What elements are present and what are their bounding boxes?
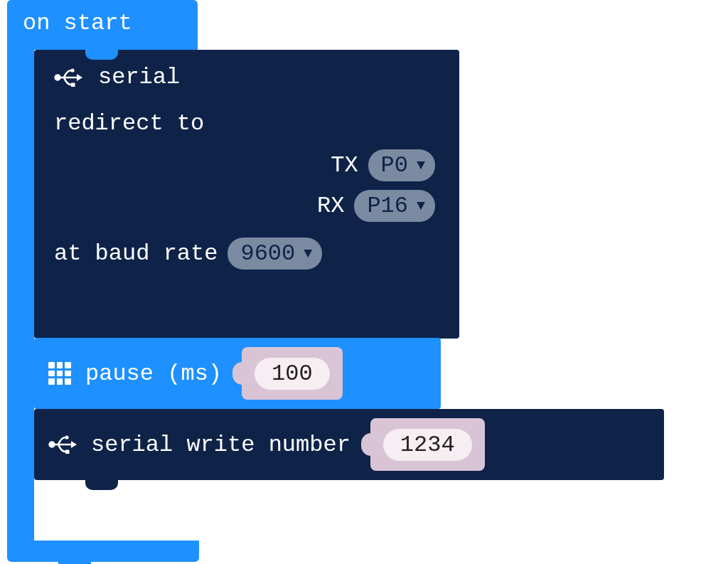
svg-point-3 xyxy=(70,68,74,72)
baud-label: at baud rate xyxy=(54,240,218,267)
rx-dropdown[interactable]: P16 ▼ xyxy=(354,190,435,222)
svg-point-8 xyxy=(65,435,68,439)
pause-label: pause (ms) xyxy=(85,361,222,387)
notch-in xyxy=(85,50,118,60)
rx-label: RX xyxy=(317,193,344,219)
serial-write-value-input[interactable]: 1234 xyxy=(370,418,485,471)
on-start-hat[interactable]: on start xyxy=(7,0,198,50)
notch-out xyxy=(85,480,118,490)
serial-redirect-block[interactable]: serial redirect to TX P0 ▼ RX P16 ▼ at b… xyxy=(34,50,459,339)
pause-value: 100 xyxy=(255,358,330,390)
chevron-down-icon: ▼ xyxy=(304,247,312,261)
baud-dropdown[interactable]: 9600 ▼ xyxy=(228,238,322,270)
tx-value: P0 xyxy=(381,152,408,179)
serial-title: serial xyxy=(98,64,180,90)
hat-label: on start xyxy=(23,10,132,36)
grid-icon xyxy=(48,362,71,385)
usb-icon xyxy=(48,434,77,455)
hat-spine xyxy=(7,0,34,555)
chevron-down-icon: ▼ xyxy=(417,159,425,173)
serial-write-label: serial write number xyxy=(91,432,350,458)
serial-write-value: 1234 xyxy=(383,429,472,461)
puzzle-tab xyxy=(232,362,242,385)
hat-foot xyxy=(7,541,199,562)
svg-marker-7 xyxy=(71,441,77,448)
svg-rect-4 xyxy=(71,83,75,87)
pause-block[interactable]: pause (ms) 100 xyxy=(34,338,441,409)
puzzle-tab xyxy=(361,433,371,456)
svg-marker-2 xyxy=(77,74,82,81)
serial-write-number-block[interactable]: serial write number 1234 xyxy=(34,409,664,480)
tx-dropdown[interactable]: P0 ▼ xyxy=(368,149,435,181)
rx-value: P16 xyxy=(367,193,408,219)
tx-label: TX xyxy=(331,152,358,179)
baud-value: 9600 xyxy=(240,240,295,267)
svg-rect-9 xyxy=(65,450,70,454)
chevron-down-icon: ▼ xyxy=(417,199,425,213)
usb-icon xyxy=(54,67,82,88)
pause-value-input[interactable]: 100 xyxy=(242,347,343,400)
redirect-label: redirect to xyxy=(54,110,204,137)
